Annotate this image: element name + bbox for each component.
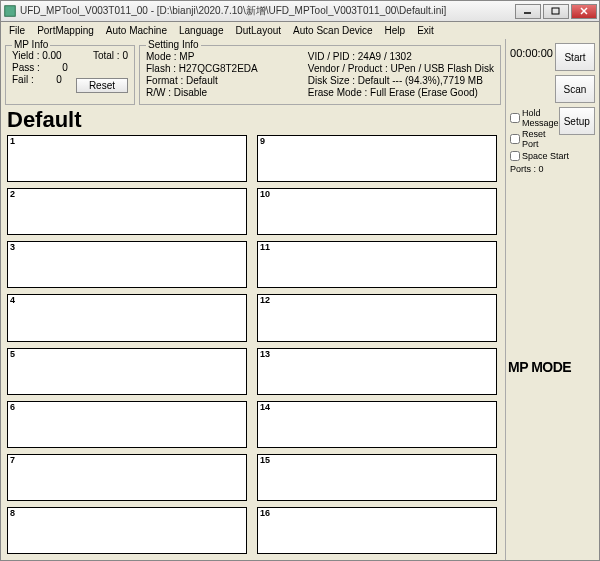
slot-number: 8 [10,508,15,518]
slot-number: 5 [10,349,15,359]
close-button[interactable] [571,4,597,19]
app-icon [3,4,17,18]
mpinfo-legend: MP Info [12,39,50,50]
slot-4[interactable]: 4 [7,294,247,341]
slot-number: 9 [260,136,265,146]
content: MP Info Yield : 0.00 Total : 0 Pass :0 F… [0,39,600,561]
setting-disksize: Disk Size : Default --- (94.3%),7719 MB [308,75,494,86]
slot-5[interactable]: 5 [7,348,247,395]
mpinfo-group: MP Info Yield : 0.00 Total : 0 Pass :0 F… [5,45,135,105]
slot-14[interactable]: 14 [257,401,497,448]
ports-label: Ports : [510,164,536,174]
slot-12[interactable]: 12 [257,294,497,341]
minimize-button[interactable] [515,4,541,19]
yield-value: 0.00 [42,50,61,61]
pass-label: Pass : [12,62,42,73]
svg-rect-2 [552,8,559,14]
pass-value: 0 [50,62,80,73]
setting-flash: Flash : H27QCG8T2EDA [146,63,308,74]
slot-11[interactable]: 11 [257,241,497,288]
menu-autoscandevice[interactable]: Auto Scan Device [287,24,379,37]
start-button[interactable]: Start [555,43,595,71]
slot-2[interactable]: 2 [7,188,247,235]
total-value: 0 [122,50,128,61]
menu-portmapping[interactable]: PortMapping [31,24,100,37]
slot-6[interactable]: 6 [7,401,247,448]
reset-button[interactable]: Reset [76,78,128,93]
slot-number: 7 [10,455,15,465]
slot-10[interactable]: 10 [257,188,497,235]
settinginfo-legend: Setting Info [146,39,201,50]
hold-message-label: Hold Message [522,108,559,128]
mp-mode-label: MP MODE [508,359,571,375]
space-start-checkbox[interactable]: Space Start [510,151,597,161]
hold-message-checkbox[interactable]: Hold Message [510,108,559,128]
slot-number: 3 [10,242,15,252]
setting-vendor: Vendor / Product : UPen / USB Flash Disk [308,63,494,74]
slot-7[interactable]: 7 [7,454,247,501]
slot-number: 10 [260,189,270,199]
window-controls [515,4,597,19]
reset-port-checkbox[interactable]: Reset Port [510,129,559,149]
titlebar: UFD_MPTool_V003T011_00 - [D:\bianji\2020… [0,0,600,22]
slot-9[interactable]: 9 [257,135,497,182]
menubar: File PortMapping Auto Machine Language D… [0,22,600,39]
slot-number: 14 [260,402,270,412]
menu-dutlayout[interactable]: DutLayout [229,24,287,37]
scan-button[interactable]: Scan [555,75,595,103]
settinginfo-group: Setting Info Mode : MP Flash : H27QCG8T2… [139,45,501,105]
reset-port-label: Reset Port [522,129,559,149]
slot-15[interactable]: 15 [257,454,497,501]
slot-number: 4 [10,295,15,305]
timer: 00:00:00 [508,47,555,59]
total-label: Total : [93,50,120,61]
maximize-button[interactable] [543,4,569,19]
slot-number: 1 [10,136,15,146]
left-pane: MP Info Yield : 0.00 Total : 0 Pass :0 F… [1,39,505,560]
info-row: MP Info Yield : 0.00 Total : 0 Pass :0 F… [5,41,501,105]
slot-number: 16 [260,508,270,518]
menu-exit[interactable]: Exit [411,24,440,37]
slot-8[interactable]: 8 [7,507,247,554]
menu-automachine[interactable]: Auto Machine [100,24,173,37]
profile-title: Default [7,107,501,133]
ports-value: 0 [539,164,544,174]
menu-file[interactable]: File [3,24,31,37]
menu-language[interactable]: Language [173,24,230,37]
setting-rw: R/W : Disable [146,87,308,98]
slot-number: 6 [10,402,15,412]
fail-value: 0 [44,74,74,93]
slot-13[interactable]: 13 [257,348,497,395]
slot-number: 12 [260,295,270,305]
slot-number: 13 [260,349,270,359]
slot-16[interactable]: 16 [257,507,497,554]
right-pane: 00:00:00 Start Scan Hold Message Reset P… [505,39,599,560]
fail-label: Fail : [12,74,42,93]
slot-1[interactable]: 1 [7,135,247,182]
yield-label: Yield : [12,50,39,61]
slot-grid: 19210311412513614715816 [5,133,501,558]
window-title: UFD_MPTool_V003T011_00 - [D:\bianji\2020… [20,4,515,18]
setting-format: Format : Default [146,75,308,86]
slot-3[interactable]: 3 [7,241,247,288]
menu-help[interactable]: Help [379,24,412,37]
setting-erasemode: Erase Mode : Full Erase (Erase Good) [308,87,494,98]
setup-button[interactable]: Setup [559,107,595,135]
setting-mode: Mode : MP [146,51,308,62]
slot-number: 15 [260,455,270,465]
slot-number: 2 [10,189,15,199]
svg-rect-0 [5,6,16,17]
slot-number: 11 [260,242,270,252]
setting-vidpid: VID / PID : 24A9 / 1302 [308,51,494,62]
space-start-label: Space Start [522,151,569,161]
